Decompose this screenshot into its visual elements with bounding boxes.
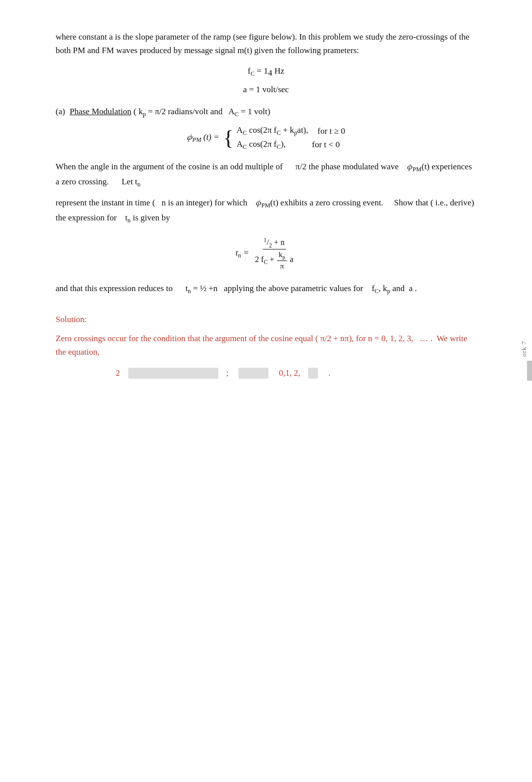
cases-row-2: AC cos(2π fC), for t < 0 [236,139,345,151]
tn-sub: n [137,181,140,188]
sidebar-label: ork 7 [520,341,528,357]
tn-formula-block: tn = 1/2 + n 2 fC + kp π a [56,237,476,271]
fc-sub-r: C [375,288,379,295]
piecewise-formula: 𝜙PM (t) = { AC cos(2π fC + kpat), for t … [56,125,476,151]
cases-brace: { [223,126,233,150]
pm-sub-repr: PM [261,202,271,209]
kp-denom-num: kp [277,250,287,261]
kp-subscript: p [143,111,146,118]
represent-paragraph: represent the instant in time ( n is an … [56,196,476,226]
param-fc: fC = 14 Hz [56,66,476,78]
piecewise-lhs: 𝜙PM (t) = [187,132,219,144]
ac-subscript: C [234,111,238,118]
tn-fraction: 1/2 + n 2 fC + kp π a [253,237,295,271]
eq-dot: . [326,368,331,378]
blurred-seg-3 [308,368,318,379]
fc-expr: fC = 14 Hz [247,66,284,76]
part-a-label: (a) Phase Modulation ( kp = π/2 radians/… [56,107,476,118]
bottom-blurred-area [56,383,476,393]
blurred-seg-1 [128,368,218,379]
kp-sub-d: p [283,254,286,260]
tn-num-sup: 1 [264,237,267,243]
param-a: a = 1 volt/sec [56,85,476,95]
kp-pi-fraction: kp π [277,250,287,271]
kp-denom-den: π [279,261,286,271]
cases-rows: AC cos(2π fC + kpat), for t ≥ 0 AC cos(2… [236,125,345,151]
eq-prefix: 2 [116,368,120,378]
case2-cond: for t < 0 [291,140,340,150]
tn2-sub: n [128,217,131,224]
pm-subscript-lhs: PM [192,136,201,143]
tn-sub-formula: n [238,252,241,259]
piecewise-rhs: { AC cos(2π fC + kpat), for t ≥ 0 AC cos… [223,125,345,151]
tn-denominator: 2 fC + kp π a [253,249,295,271]
zero-crossing-paragraph: When the angle in the argument of the co… [56,160,476,190]
case1-cond: for t ≥ 0 [313,126,345,136]
pm-sub-zc: PM [413,166,422,173]
tn-lhs: tn = [235,248,249,259]
a-expr: a = 1 volt/sec [243,85,289,94]
part-content: Phase Modulation ( kp = π/2 radians/volt… [70,107,476,118]
case1-expr: AC cos(2π fC + kpat), [236,125,308,137]
solution-text: Zero crossings occur for the condition t… [56,332,476,359]
reduces-paragraph: and that this expression reduces to tn =… [56,282,476,297]
part-letter: (a) [56,107,66,117]
kp-sub-r: p [387,288,390,295]
fc-sub-denom: C [263,259,268,266]
fc-subscript: C [250,71,254,78]
eq-separator: ; [226,368,231,378]
sidebar-mark [527,361,532,381]
tn-numerator: 1/2 + n [262,237,286,250]
phase-modulation-title: Phase Modulation [70,107,131,116]
eq-n-values: 0,1, 2, [277,368,300,378]
solution-label: Solution: [56,313,476,326]
cases-row-1: AC cos(2π fC + kpat), for t ≥ 0 [236,125,345,137]
tn3-sub: n [188,288,191,295]
case2-expr: AC cos(2π fC), [236,139,286,151]
fc-sub2: 4 [268,69,273,78]
intro-paragraph: where constant a is the slope parameter … [56,30,476,57]
tn-num-sub: 2 [269,242,272,248]
blurred-equation: 2 ; 0,1, 2, . [116,368,476,379]
blurred-seg-2 [238,368,269,379]
